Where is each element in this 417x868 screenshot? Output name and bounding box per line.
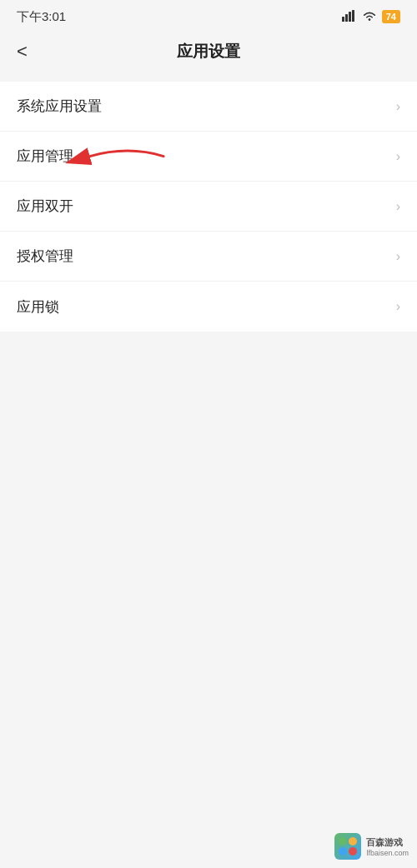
page-title: 应用设置 [177, 41, 240, 62]
signal-icon [342, 10, 357, 24]
chevron-right-icon: › [396, 199, 400, 214]
svg-rect-2 [349, 12, 351, 22]
svg-rect-3 [352, 10, 354, 22]
settings-item-auth-management[interactable]: 授权管理 › [0, 232, 417, 282]
settings-item-label: 应用双开 [17, 197, 73, 216]
watermark-logo [334, 833, 361, 860]
settings-item-label: 系统应用设置 [17, 97, 102, 116]
chevron-right-icon: › [396, 99, 400, 114]
back-button[interactable]: < [17, 42, 28, 61]
status-icons: 74 [342, 10, 400, 24]
settings-item-app-management[interactable]: 应用管理 › [0, 132, 417, 182]
settings-item-label: 授权管理 [17, 247, 73, 266]
settings-list: 系统应用设置 › 应用管理 › 应用双开 › 授权管理 › 应用锁 › [0, 82, 417, 332]
chevron-right-icon: › [396, 249, 400, 264]
svg-rect-1 [345, 14, 348, 22]
settings-item-label: 应用锁 [17, 297, 59, 317]
settings-item-app-dual-open[interactable]: 应用双开 › [0, 182, 417, 232]
svg-rect-0 [342, 17, 344, 22]
settings-item-system-app-settings[interactable]: 系统应用设置 › [0, 82, 417, 132]
status-time: 下午3:01 [17, 9, 66, 25]
watermark-text: 百森游戏 lfbaisen.com [366, 836, 409, 857]
chevron-right-icon: › [396, 299, 400, 314]
settings-item-label: 应用管理 [17, 147, 73, 166]
watermark-site-name: 百森游戏 [366, 836, 409, 849]
svg-point-4 [368, 18, 370, 21]
settings-item-app-lock[interactable]: 应用锁 › [0, 282, 417, 332]
watermark-site-url: lfbaisen.com [366, 849, 409, 857]
wifi-icon [362, 10, 377, 24]
page-header: < 应用设置 [0, 30, 417, 73]
battery-indicator: 74 [382, 10, 400, 23]
watermark: 百森游戏 lfbaisen.com [334, 833, 409, 860]
chevron-right-icon: › [396, 149, 400, 164]
status-bar: 下午3:01 74 [0, 0, 417, 30]
